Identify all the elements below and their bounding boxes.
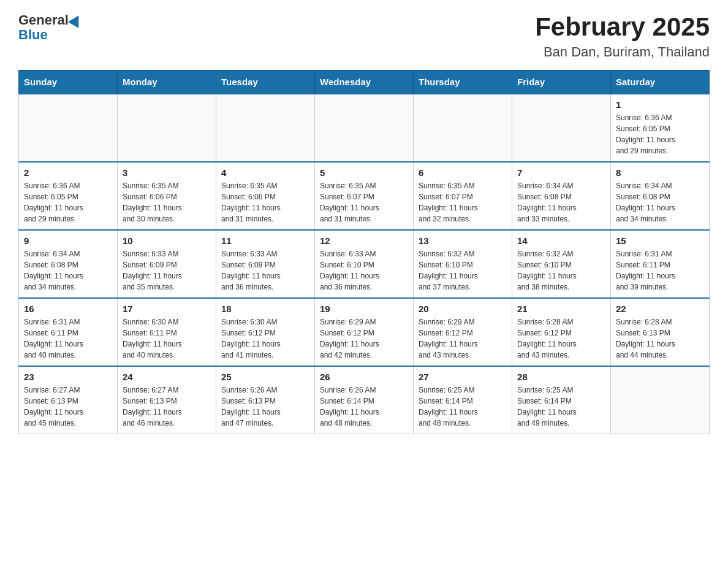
day-info: Sunrise: 6:27 AM Sunset: 6:13 PM Dayligh… (123, 385, 211, 429)
day-of-week-header: Saturday (611, 71, 710, 94)
day-number: 7 (517, 167, 605, 178)
calendar-header-row: SundayMondayTuesdayWednesdayThursdayFrid… (19, 71, 710, 94)
day-of-week-header: Wednesday (315, 71, 414, 94)
calendar-title: February 2025 (535, 12, 710, 42)
day-number: 13 (419, 236, 507, 246)
page-header: General Blue February 2025 Ban Dan, Buri… (18, 12, 710, 60)
day-number: 23 (24, 372, 112, 382)
calendar-day-cell: 25Sunrise: 6:26 AM Sunset: 6:13 PM Dayli… (216, 366, 315, 434)
day-number: 27 (419, 372, 507, 382)
day-info: Sunrise: 6:35 AM Sunset: 6:06 PM Dayligh… (221, 180, 309, 224)
day-number: 15 (616, 236, 704, 246)
calendar-day-cell: 17Sunrise: 6:30 AM Sunset: 6:11 PM Dayli… (118, 298, 216, 366)
day-number: 17 (123, 304, 211, 314)
calendar-day-cell: 23Sunrise: 6:27 AM Sunset: 6:13 PM Dayli… (19, 366, 118, 434)
day-number: 4 (221, 167, 309, 178)
logo-arrow-icon (68, 12, 84, 28)
calendar-day-cell: 7Sunrise: 6:34 AM Sunset: 6:08 PM Daylig… (512, 162, 611, 230)
day-info: Sunrise: 6:29 AM Sunset: 6:12 PM Dayligh… (419, 316, 507, 361)
day-number: 11 (221, 236, 309, 246)
day-number: 24 (123, 372, 211, 382)
calendar-day-cell: 14Sunrise: 6:32 AM Sunset: 6:10 PM Dayli… (512, 230, 611, 298)
day-info: Sunrise: 6:25 AM Sunset: 6:14 PM Dayligh… (517, 385, 605, 429)
calendar-day-cell (19, 94, 118, 162)
day-of-week-header: Thursday (414, 71, 512, 94)
day-number: 12 (320, 236, 408, 246)
day-number: 3 (123, 167, 211, 178)
calendar-day-cell: 10Sunrise: 6:33 AM Sunset: 6:09 PM Dayli… (118, 230, 216, 298)
day-number: 1 (616, 99, 704, 110)
calendar-day-cell: 19Sunrise: 6:29 AM Sunset: 6:12 PM Dayli… (315, 298, 414, 366)
day-info: Sunrise: 6:34 AM Sunset: 6:08 PM Dayligh… (24, 248, 112, 293)
day-number: 9 (24, 236, 112, 246)
calendar-day-cell: 1Sunrise: 6:36 AM Sunset: 6:05 PM Daylig… (611, 94, 710, 162)
logo-blue-text: Blue (18, 27, 48, 43)
calendar-day-cell: 5Sunrise: 6:35 AM Sunset: 6:07 PM Daylig… (315, 162, 414, 230)
day-number: 10 (123, 236, 211, 246)
day-number: 25 (221, 372, 309, 382)
calendar-day-cell: 15Sunrise: 6:31 AM Sunset: 6:11 PM Dayli… (611, 230, 710, 298)
day-info: Sunrise: 6:31 AM Sunset: 6:11 PM Dayligh… (24, 316, 112, 361)
day-info: Sunrise: 6:28 AM Sunset: 6:12 PM Dayligh… (517, 316, 605, 361)
logo: General Blue (18, 12, 83, 43)
day-info: Sunrise: 6:29 AM Sunset: 6:12 PM Dayligh… (320, 316, 408, 361)
calendar-week-row: 2Sunrise: 6:36 AM Sunset: 6:05 PM Daylig… (19, 162, 710, 230)
calendar-day-cell: 28Sunrise: 6:25 AM Sunset: 6:14 PM Dayli… (512, 366, 611, 434)
calendar-day-cell: 22Sunrise: 6:28 AM Sunset: 6:13 PM Dayli… (611, 298, 710, 366)
calendar-day-cell (512, 94, 611, 162)
calendar-day-cell: 21Sunrise: 6:28 AM Sunset: 6:12 PM Dayli… (512, 298, 611, 366)
day-info: Sunrise: 6:26 AM Sunset: 6:13 PM Dayligh… (221, 385, 309, 429)
calendar-day-cell: 11Sunrise: 6:33 AM Sunset: 6:09 PM Dayli… (216, 230, 315, 298)
calendar-week-row: 23Sunrise: 6:27 AM Sunset: 6:13 PM Dayli… (19, 366, 710, 434)
calendar-day-cell: 16Sunrise: 6:31 AM Sunset: 6:11 PM Dayli… (19, 298, 118, 366)
day-number: 21 (517, 304, 605, 314)
calendar-subtitle: Ban Dan, Buriram, Thailand (535, 44, 710, 60)
day-number: 19 (320, 304, 408, 314)
day-info: Sunrise: 6:31 AM Sunset: 6:11 PM Dayligh… (616, 248, 704, 293)
calendar-day-cell: 2Sunrise: 6:36 AM Sunset: 6:05 PM Daylig… (19, 162, 118, 230)
calendar-day-cell: 26Sunrise: 6:26 AM Sunset: 6:14 PM Dayli… (315, 366, 414, 434)
calendar-day-cell: 6Sunrise: 6:35 AM Sunset: 6:07 PM Daylig… (414, 162, 512, 230)
day-info: Sunrise: 6:35 AM Sunset: 6:06 PM Dayligh… (123, 180, 211, 224)
day-of-week-header: Sunday (19, 71, 118, 94)
day-info: Sunrise: 6:36 AM Sunset: 6:05 PM Dayligh… (616, 112, 704, 156)
day-number: 14 (517, 236, 605, 246)
calendar-day-cell: 27Sunrise: 6:25 AM Sunset: 6:14 PM Dayli… (414, 366, 512, 434)
calendar-day-cell: 4Sunrise: 6:35 AM Sunset: 6:06 PM Daylig… (216, 162, 315, 230)
day-number: 22 (616, 304, 704, 314)
calendar-week-row: 9Sunrise: 6:34 AM Sunset: 6:08 PM Daylig… (19, 230, 710, 298)
day-info: Sunrise: 6:34 AM Sunset: 6:08 PM Dayligh… (616, 180, 704, 224)
calendar-day-cell (414, 94, 512, 162)
calendar-day-cell: 20Sunrise: 6:29 AM Sunset: 6:12 PM Dayli… (414, 298, 512, 366)
day-info: Sunrise: 6:35 AM Sunset: 6:07 PM Dayligh… (320, 180, 408, 224)
calendar-week-row: 16Sunrise: 6:31 AM Sunset: 6:11 PM Dayli… (19, 298, 710, 366)
calendar-day-cell (216, 94, 315, 162)
day-info: Sunrise: 6:33 AM Sunset: 6:09 PM Dayligh… (221, 248, 309, 293)
day-number: 20 (419, 304, 507, 314)
day-number: 8 (616, 167, 704, 178)
logo-general-text: General (18, 12, 69, 28)
calendar-week-row: 1Sunrise: 6:36 AM Sunset: 6:05 PM Daylig… (19, 94, 710, 162)
day-of-week-header: Monday (118, 71, 216, 94)
day-number: 28 (517, 372, 605, 382)
day-info: Sunrise: 6:28 AM Sunset: 6:13 PM Dayligh… (616, 316, 704, 361)
day-info: Sunrise: 6:32 AM Sunset: 6:10 PM Dayligh… (517, 248, 605, 293)
day-number: 6 (419, 167, 507, 178)
calendar-day-cell: 13Sunrise: 6:32 AM Sunset: 6:10 PM Dayli… (414, 230, 512, 298)
day-number: 5 (320, 167, 408, 178)
calendar-day-cell: 3Sunrise: 6:35 AM Sunset: 6:06 PM Daylig… (118, 162, 216, 230)
day-info: Sunrise: 6:33 AM Sunset: 6:10 PM Dayligh… (320, 248, 408, 293)
day-number: 2 (24, 167, 112, 178)
title-area: February 2025 Ban Dan, Buriram, Thailand (535, 12, 710, 60)
day-info: Sunrise: 6:34 AM Sunset: 6:08 PM Dayligh… (517, 180, 605, 224)
day-of-week-header: Friday (512, 71, 611, 94)
calendar-day-cell: 24Sunrise: 6:27 AM Sunset: 6:13 PM Dayli… (118, 366, 216, 434)
day-info: Sunrise: 6:30 AM Sunset: 6:12 PM Dayligh… (221, 316, 309, 361)
calendar-day-cell (118, 94, 216, 162)
day-info: Sunrise: 6:26 AM Sunset: 6:14 PM Dayligh… (320, 385, 408, 429)
calendar-day-cell (611, 366, 710, 434)
day-number: 26 (320, 372, 408, 382)
day-info: Sunrise: 6:32 AM Sunset: 6:10 PM Dayligh… (419, 248, 507, 293)
day-info: Sunrise: 6:35 AM Sunset: 6:07 PM Dayligh… (419, 180, 507, 224)
calendar-day-cell: 12Sunrise: 6:33 AM Sunset: 6:10 PM Dayli… (315, 230, 414, 298)
